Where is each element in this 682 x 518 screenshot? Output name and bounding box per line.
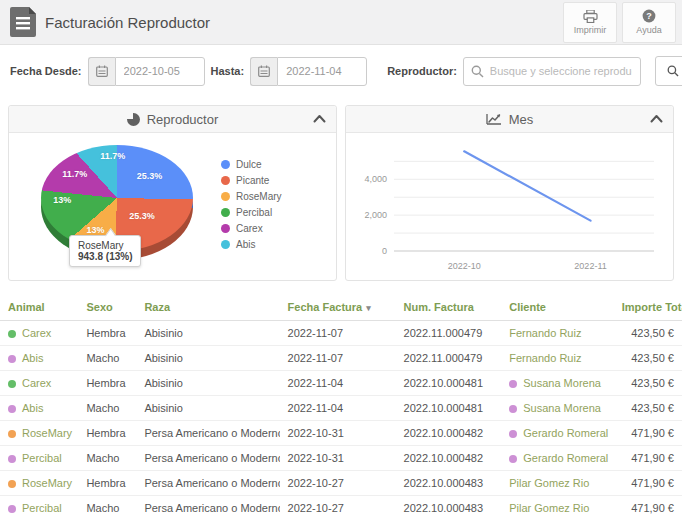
animal-link[interactable]: Percibal bbox=[22, 452, 62, 464]
col-header-animal[interactable]: Animal bbox=[0, 293, 78, 321]
animal-color-dot bbox=[8, 380, 16, 388]
cliente-link[interactable]: Pilar Gomez Rio bbox=[509, 502, 589, 514]
sexo-cell: Macho bbox=[78, 446, 136, 471]
cliente-color-dot bbox=[509, 455, 517, 463]
legend-dot bbox=[221, 160, 230, 169]
table-row: Abis Macho Abisinio 2022-11-04 2022.10.0… bbox=[0, 396, 682, 421]
cliente-link[interactable]: Gerardo Romeral bbox=[523, 427, 608, 439]
animal-link[interactable]: RoseMary bbox=[22, 477, 72, 489]
animal-link[interactable]: Carex bbox=[22, 377, 51, 389]
importe-total-cell: 471,90 € bbox=[614, 446, 682, 471]
legend-item-abis[interactable]: Abis bbox=[221, 239, 282, 250]
app-header: Facturación Reproductor Imprimir ? Ayuda bbox=[0, 0, 682, 45]
line-chart-area[interactable]: 02,0004,0002022-102022-11 bbox=[346, 133, 673, 281]
hasta-input[interactable] bbox=[277, 57, 367, 86]
reproductor-search-input[interactable] bbox=[463, 57, 641, 86]
cliente-link[interactable]: Gerardo Romeral bbox=[523, 452, 608, 464]
pie-slice-label: 13% bbox=[87, 225, 105, 235]
animal-link[interactable]: Carex bbox=[22, 327, 51, 339]
reproductor-panel-header: Reproductor bbox=[9, 106, 336, 133]
legend-item-percibal[interactable]: Percibal bbox=[221, 207, 282, 218]
fecha-desde-calendar-addon[interactable] bbox=[88, 57, 115, 86]
sort-desc-icon: ▾ bbox=[366, 303, 371, 313]
animal-color-dot bbox=[8, 430, 16, 438]
animal-link[interactable]: RoseMary bbox=[22, 427, 72, 439]
cliente-color-dot bbox=[509, 405, 517, 413]
cliente-cell: Gerardo Romeral bbox=[501, 421, 614, 446]
reproductor-panel-title: Reproductor bbox=[147, 112, 219, 127]
animal-cell: Percibal bbox=[0, 446, 78, 471]
cliente-link[interactable]: Fernando Ruiz bbox=[509, 327, 581, 339]
table-row: Carex Hembra Abisinio 2022-11-07 2022.11… bbox=[0, 321, 682, 346]
cliente-cell: Fernando Ruiz bbox=[501, 321, 614, 346]
ayuda-button[interactable]: ? Ayuda bbox=[622, 2, 676, 43]
imprimir-button[interactable]: Imprimir bbox=[563, 2, 617, 43]
mes-panel: Mes 02,0004,0002022-102022-11 bbox=[345, 105, 674, 281]
col-header-importe-total[interactable]: Importe Total bbox=[614, 293, 682, 321]
cliente-cell: Pilar Gomez Rio bbox=[501, 471, 614, 496]
mes-panel-title: Mes bbox=[509, 112, 534, 127]
num-factura-cell: 2022.10.000482 bbox=[396, 421, 502, 446]
collapse-chevron-icon[interactable] bbox=[650, 114, 663, 123]
x-axis-tick: 2022-10 bbox=[448, 261, 481, 271]
raza-cell: Persa Americano o Moderno bbox=[136, 421, 279, 446]
col-header-sexo[interactable]: Sexo bbox=[78, 293, 136, 321]
legend-item-dulce[interactable]: Dulce bbox=[221, 159, 282, 170]
legend-item-carex[interactable]: Carex bbox=[221, 223, 282, 234]
legend-item-picante[interactable]: Picante bbox=[221, 175, 282, 186]
cliente-link[interactable]: Susana Morena bbox=[523, 402, 601, 414]
hasta-calendar-addon[interactable] bbox=[250, 57, 277, 86]
sexo-cell: Hembra bbox=[78, 321, 136, 346]
cliente-link[interactable]: Fernando Ruiz bbox=[509, 352, 581, 364]
y-axis-tick: 4,000 bbox=[364, 174, 387, 184]
fecha-factura-cell: 2022-11-07 bbox=[280, 346, 396, 371]
page-title: Facturación Reproductor bbox=[45, 14, 563, 31]
raza-cell: Persa Americano o Moderno bbox=[136, 471, 279, 496]
animal-cell: RoseMary bbox=[0, 471, 78, 496]
table-row: RoseMary Hembra Persa Americano o Modern… bbox=[0, 421, 682, 446]
animal-color-dot bbox=[8, 505, 16, 513]
importe-total-cell: 423,50 € bbox=[614, 396, 682, 421]
hasta-group bbox=[250, 57, 367, 86]
col-header-cliente[interactable]: Cliente bbox=[501, 293, 614, 321]
num-factura-cell: 2022.11.000479 bbox=[396, 321, 502, 346]
line-chart-icon bbox=[486, 113, 502, 125]
col-header-raza[interactable]: Raza bbox=[136, 293, 279, 321]
fecha-factura-cell: 2022-10-27 bbox=[280, 496, 396, 518]
fecha-factura-cell: 2022-10-31 bbox=[280, 446, 396, 471]
animal-link[interactable]: Abis bbox=[22, 352, 43, 364]
cliente-link[interactable]: Pilar Gomez Rio bbox=[509, 477, 589, 489]
imprimir-label: Imprimir bbox=[574, 25, 607, 35]
importe-total-cell: 423,50 € bbox=[614, 346, 682, 371]
cliente-cell: Fernando Ruiz bbox=[501, 346, 614, 371]
animal-cell: RoseMary bbox=[0, 421, 78, 446]
document-icon bbox=[10, 7, 36, 37]
sexo-cell: Hembra bbox=[78, 471, 136, 496]
animal-link[interactable]: Percibal bbox=[22, 502, 62, 514]
sexo-cell: Hembra bbox=[78, 421, 136, 446]
num-factura-cell: 2022.10.000481 bbox=[396, 371, 502, 396]
cliente-link[interactable]: Susana Morena bbox=[523, 377, 601, 389]
animal-color-dot bbox=[8, 355, 16, 363]
legend-dot bbox=[221, 208, 230, 217]
collapse-chevron-icon[interactable] bbox=[313, 114, 326, 123]
cliente-color-dot bbox=[509, 380, 517, 388]
legend-item-rosemary[interactable]: RoseMary bbox=[221, 191, 282, 202]
line-chart[interactable]: 02,0004,0002022-102022-11 bbox=[350, 137, 670, 277]
raza-cell: Persa Americano o Moderno bbox=[136, 496, 279, 518]
animal-color-dot bbox=[8, 405, 16, 413]
col-header-num-factura[interactable]: Num. Factura bbox=[396, 293, 502, 321]
raza-cell: Abisinio bbox=[136, 371, 279, 396]
buscar-button[interactable]: Buscar bbox=[655, 56, 682, 86]
tooltip-value: 943.8 (13%) bbox=[78, 251, 132, 262]
animal-link[interactable]: Abis bbox=[22, 402, 43, 414]
importe-total-cell: 471,90 € bbox=[614, 421, 682, 446]
fecha-desde-input[interactable] bbox=[115, 57, 205, 86]
charts-row: Reproductor 25.3%25.3%13%13%11.7%11.7% D… bbox=[0, 97, 682, 289]
num-factura-cell: 2022.11.000479 bbox=[396, 346, 502, 371]
col-header-fecha-factura[interactable]: Fecha Factura▾ bbox=[280, 293, 396, 321]
legend-label: Percibal bbox=[236, 207, 272, 218]
cliente-cell: Pilar Gomez Rio bbox=[501, 496, 614, 518]
raza-cell: Abisinio bbox=[136, 396, 279, 421]
animal-cell: Carex bbox=[0, 371, 78, 396]
